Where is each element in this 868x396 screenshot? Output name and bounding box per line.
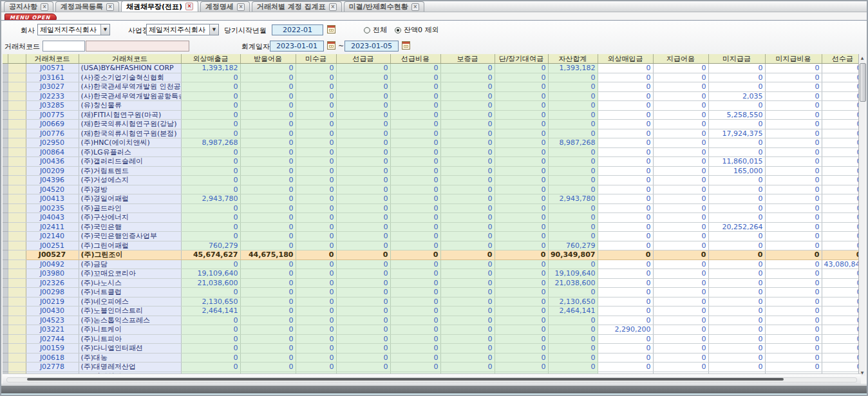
amount-cell[interactable]: 0 [390, 82, 440, 92]
amount-cell[interactable]: 0 [296, 306, 336, 316]
amount-cell[interactable]: 0 [765, 138, 822, 148]
amount-cell[interactable]: 0 [296, 363, 336, 372]
amount-cell[interactable]: 0 [440, 222, 495, 232]
row-selector[interactable] [3, 278, 8, 288]
amount-cell[interactable]: 0 [708, 120, 765, 129]
amount-cell[interactable]: 0 [598, 232, 653, 241]
amount-cell[interactable]: 0 [548, 259, 598, 269]
amount-cell[interactable]: 0 [822, 306, 862, 316]
amount-cell[interactable]: 0 [240, 110, 296, 120]
row-indicator[interactable] [8, 194, 26, 204]
amount-cell[interactable]: 0 [336, 325, 390, 335]
amount-cell[interactable]: 0 [336, 278, 390, 288]
amount-cell[interactable]: 0 [440, 120, 495, 129]
amount-cell[interactable]: 0 [822, 288, 862, 297]
amount-cell[interactable]: 0 [765, 129, 822, 138]
amount-cell[interactable]: 0 [440, 213, 495, 223]
amount-cell[interactable]: 0 [336, 241, 390, 250]
amount-cell[interactable]: 0 [240, 185, 296, 194]
amount-cell[interactable]: 0 [181, 363, 240, 372]
horizontal-scroll-thumb[interactable] [27, 378, 784, 381]
amount-cell[interactable]: 0 [653, 120, 708, 129]
amount-cell[interactable]: 0 [390, 353, 440, 363]
vendor-code-cell[interactable]: J04043 [26, 213, 79, 223]
amount-cell[interactable]: 0 [240, 147, 296, 157]
row-indicator[interactable] [8, 73, 26, 82]
amount-cell[interactable]: 0 [653, 129, 708, 138]
amount-cell[interactable]: 0 [495, 316, 548, 325]
amount-cell[interactable]: 0 [296, 334, 336, 344]
row-indicator[interactable] [8, 157, 26, 167]
vertical-scrollbar[interactable]: ▲ ▼ [858, 54, 865, 376]
amount-cell[interactable]: 0 [598, 353, 653, 363]
amount-cell[interactable]: 0 [495, 241, 548, 250]
vendor-code-cell[interactable]: J03027 [26, 82, 79, 92]
amount-cell[interactable]: 0 [240, 203, 296, 213]
amount-cell[interactable]: 0 [765, 278, 822, 288]
amount-cell[interactable]: 0 [653, 259, 708, 269]
amount-cell[interactable]: 0 [822, 157, 862, 167]
amount-cell[interactable]: 0 [181, 73, 240, 82]
column-header[interactable]: 미지급비용 [765, 54, 822, 64]
amount-cell[interactable]: 0 [240, 82, 296, 92]
row-selector[interactable] [3, 194, 8, 204]
amount-cell[interactable]: 0 [296, 157, 336, 167]
amount-cell[interactable]: 0 [240, 64, 296, 73]
amount-cell[interactable]: 0 [765, 297, 822, 306]
amount-cell[interactable]: 0 [440, 166, 495, 176]
amount-cell[interactable]: 0 [181, 166, 240, 176]
amount-cell[interactable]: 0 [390, 138, 440, 148]
amount-cell[interactable]: 0 [653, 306, 708, 316]
row-indicator[interactable] [8, 353, 26, 363]
vendor-code-cell[interactable]: J02744 [26, 334, 79, 344]
amount-cell[interactable]: 0 [440, 259, 495, 269]
amount-cell[interactable]: 0 [598, 306, 653, 316]
amount-cell[interactable]: 0 [765, 222, 822, 232]
amount-cell[interactable]: 0 [653, 325, 708, 335]
amount-cell[interactable]: 0 [822, 203, 862, 213]
amount-cell[interactable]: 0 [240, 157, 296, 167]
table-row[interactable]: J00775(재)FITI시험연구원(마곡)00000000005,258,55… [3, 110, 862, 120]
amount-cell[interactable]: 0 [653, 316, 708, 325]
close-icon[interactable]: × [329, 3, 337, 11]
amount-cell[interactable]: 0 [296, 259, 336, 269]
amount-cell[interactable]: 0 [390, 185, 440, 194]
close-icon[interactable]: × [106, 3, 114, 11]
row-selector[interactable] [3, 157, 8, 167]
amount-cell[interactable]: 0 [181, 203, 240, 213]
amount-cell[interactable]: 90,349,807 [548, 250, 598, 260]
amount-cell[interactable]: 17,924,375 [708, 129, 765, 138]
amount-cell[interactable]: 0 [598, 73, 653, 82]
amount-cell[interactable]: 0 [240, 232, 296, 241]
amount-cell[interactable]: 0 [336, 64, 390, 73]
amount-cell[interactable]: 0 [440, 334, 495, 344]
row-indicator[interactable] [8, 64, 26, 73]
amount-cell[interactable]: 0 [181, 101, 240, 111]
table-row[interactable]: J00436(주)갤러리드슬레이000000000011,860,01500 [3, 157, 862, 167]
row-indicator[interactable] [8, 213, 26, 223]
amount-cell[interactable]: 0 [708, 288, 765, 297]
amount-cell[interactable]: 0 [296, 138, 336, 148]
amount-cell[interactable]: 0 [495, 129, 548, 138]
table-row[interactable]: J00298(주)너트클럽0000000000000 [3, 288, 862, 297]
amount-cell[interactable]: 0 [653, 288, 708, 297]
table-row[interactable]: J00159(주)다니엘인터패션0000000000000 [3, 344, 862, 354]
amount-cell[interactable]: 0 [598, 213, 653, 223]
amount-cell[interactable]: 0 [653, 176, 708, 185]
radio-all[interactable]: 전체 [364, 25, 387, 35]
close-icon[interactable]: × [185, 3, 193, 10]
amount-cell[interactable]: 0 [390, 64, 440, 73]
row-indicator[interactable] [8, 269, 26, 279]
amount-cell[interactable]: 0 [822, 185, 862, 194]
amount-cell[interactable]: 0 [765, 203, 822, 213]
amount-cell[interactable]: 0 [390, 278, 440, 288]
amount-cell[interactable]: 0 [181, 91, 240, 101]
amount-cell[interactable]: 0 [390, 325, 440, 335]
vendor-code-cell[interactable]: J02950 [26, 138, 79, 148]
table-row[interactable]: J02326(주)나노시스21,038,60000000021,038,6000… [3, 278, 862, 288]
amount-cell[interactable]: 0 [495, 82, 548, 92]
amount-cell[interactable]: 0 [296, 203, 336, 213]
vendor-code-cell[interactable]: J03221 [26, 325, 79, 335]
amount-cell[interactable]: 0 [495, 203, 548, 213]
amount-cell[interactable]: 0 [765, 213, 822, 223]
